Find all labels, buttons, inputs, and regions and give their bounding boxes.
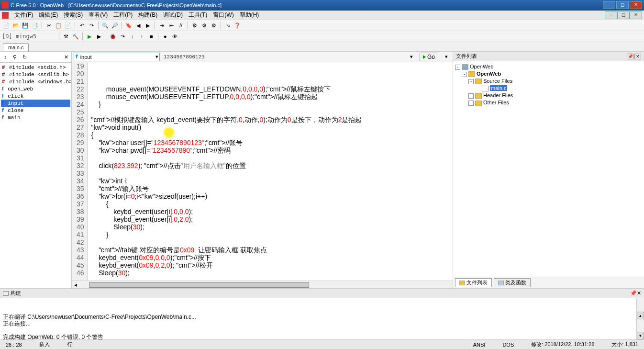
menu-item[interactable]: 帮助(H) <box>237 11 262 19</box>
menu-item[interactable]: 编辑(E) <box>36 11 61 19</box>
tree-folder[interactable]: ·Other Files <box>455 99 642 106</box>
go-button[interactable]: Go <box>420 53 438 61</box>
build-output[interactable]: 正在编译 C:\Users\newuser\Documents\C-Free\P… <box>0 298 644 339</box>
menu-item[interactable]: 查看(V) <box>86 11 111 19</box>
code-line[interactable] <box>91 108 453 116</box>
expand-icon[interactable]: · <box>468 101 474 106</box>
tab-classes[interactable]: 类及函数 <box>494 278 531 287</box>
outline-item[interactable]: f input <box>1 100 70 107</box>
code-line[interactable]: keybd_event(0x09,0,2,0); "cmt">//松开 <box>91 261 453 269</box>
save-button[interactable]: 💾 <box>21 21 30 30</box>
undo-button[interactable]: ↶ <box>78 21 86 30</box>
code-line[interactable]: click(823,392); "cmt">//点击"用户名输入框"的位置 <box>91 162 453 169</box>
outline-item[interactable]: f open_web <box>1 85 70 92</box>
step-out-button[interactable]: ↑ <box>137 32 146 41</box>
indent-button[interactable]: ⇥ <box>157 21 166 30</box>
outline-item[interactable]: # #include <stdio.h> <box>1 64 70 71</box>
outline-sort-button[interactable]: ↕ <box>1 53 10 61</box>
editor-hscrollbar[interactable]: ◂ <box>72 281 453 288</box>
build-run-button[interactable]: ▶ <box>95 32 103 41</box>
help-button[interactable]: ❓ <box>233 21 242 30</box>
code-line[interactable]: Sleep(30); <box>91 269 453 277</box>
outline-item[interactable]: # #include <Windows.h> <box>1 78 70 85</box>
compile-button[interactable]: ⚒ <box>62 32 70 41</box>
tool-button-b[interactable]: ⚙ <box>200 21 209 30</box>
step-over-button[interactable]: ↷ <box>118 32 127 41</box>
code-line[interactable] <box>91 277 453 281</box>
code-line[interactable]: keybd_event(0x09,0,0,0);"cmt">//按下 <box>91 254 453 261</box>
symbol-menu-button[interactable]: ▾ <box>442 53 451 61</box>
menu-item[interactable]: 工具(T) <box>186 11 210 19</box>
outdent-button[interactable]: ⇤ <box>167 21 176 30</box>
collapse-icon[interactable]: - <box>468 79 474 84</box>
tool-button-c[interactable]: ⚙ <box>210 21 218 30</box>
debug-button[interactable]: 🐞 <box>109 32 117 41</box>
code-editor[interactable]: 1920212223242526272829303132333435363738… <box>72 62 453 281</box>
build-pin-button[interactable]: 📌 <box>630 290 637 296</box>
step-into-button[interactable]: ↓ <box>128 32 136 41</box>
save-all-button[interactable]: 📑 <box>31 21 39 30</box>
breakpoint-button[interactable]: ● <box>161 32 169 41</box>
code-line[interactable]: "kw">for(i=0;i<"kw">sizeof(user);i++) <box>91 192 453 200</box>
collapse-icon[interactable]: - <box>462 72 467 77</box>
outline-filter-button[interactable]: ⚲ <box>11 53 19 61</box>
menu-item[interactable]: 工程(P) <box>111 11 135 19</box>
collapse-icon[interactable]: - <box>455 65 460 70</box>
code-line[interactable]: "kw">void input() <box>91 124 453 131</box>
outline-item[interactable]: f click <box>1 92 70 100</box>
stop-button[interactable]: ■ <box>147 32 155 41</box>
minimize-button[interactable]: – <box>603 1 615 9</box>
panel-close-button[interactable]: ✕ <box>634 54 641 59</box>
code-line[interactable]: keybd_event(user[i],0,2,0); <box>91 215 453 223</box>
code-line[interactable]: } <box>91 101 453 108</box>
mdi-maximize-button[interactable]: ◻ <box>617 11 630 19</box>
code-line[interactable]: { <box>91 131 453 139</box>
mdi-close-button[interactable]: ✕ <box>630 11 642 19</box>
code-line[interactable]: } <box>91 231 453 238</box>
watch-button[interactable]: 👁 <box>170 32 179 41</box>
code-line[interactable]: Sleep(30); <box>91 223 453 231</box>
close-button[interactable]: ✕ <box>630 1 642 9</box>
code-line[interactable]: mouse_event(MOUSEEVENTF_LEFTDOWN,0,0,0,0… <box>91 85 453 93</box>
code-line[interactable]: mouse_event(MOUSEEVENTF_LEFTUP,0,0,0,0);… <box>91 93 453 101</box>
menu-item[interactable]: 调试(D) <box>160 11 186 19</box>
build-vscrollbar[interactable]: ▴ ▾ <box>636 298 644 339</box>
maximize-button[interactable]: ◻ <box>616 1 629 9</box>
cut-button[interactable]: ✂ <box>44 21 53 30</box>
next-bookmark-button[interactable]: ▶ <box>144 21 152 30</box>
code-line[interactable]: "cmt">//tab键 对应的编号是0x09 让密码输入框 获取焦点 <box>91 246 453 254</box>
paste-button[interactable]: 📄 <box>64 21 72 30</box>
code-line[interactable] <box>91 169 453 177</box>
goto-button[interactable]: ↘ <box>223 21 232 30</box>
code-line[interactable]: { <box>91 200 453 208</box>
run-button[interactable]: ▶ <box>85 32 94 41</box>
code-line[interactable]: "cmt">//输入账号 <box>91 185 453 192</box>
comment-button[interactable]: // <box>177 21 185 30</box>
redo-button[interactable]: ↷ <box>87 21 96 30</box>
tool-button-a[interactable]: ⚙ <box>190 21 199 30</box>
build-button[interactable]: 🔨 <box>71 32 80 41</box>
code-line[interactable]: "kw">char pwd[]="1234567890";"cmt">//密码 <box>91 146 453 154</box>
prev-bookmark-button[interactable]: ◀ <box>134 21 143 30</box>
outline-item[interactable]: f close <box>1 107 70 114</box>
code-line[interactable] <box>91 238 453 246</box>
panel-pin-button[interactable]: 📌 <box>627 54 633 59</box>
tree-folder[interactable]: -Source Files <box>455 78 642 85</box>
code-line[interactable]: "kw">char user[]="1234567890123";"cmt">/… <box>91 139 453 146</box>
menu-item[interactable]: 构建(B) <box>135 11 160 19</box>
outline-item[interactable]: f main <box>1 114 70 121</box>
code-line[interactable]: keybd_event(user[i],0,0,0); <box>91 208 453 215</box>
symbol-combo[interactable]: f input ▾ <box>74 53 160 61</box>
build-close-button[interactable]: ✕ <box>637 290 641 296</box>
find-button[interactable]: 🔍 <box>101 21 110 30</box>
code-line[interactable]: "cmt">//模拟键盘输入 keybd_event(要按下的字符,0,动作,0… <box>91 116 453 124</box>
code-line[interactable] <box>91 154 453 162</box>
outline-close-button[interactable]: ✕ <box>62 53 70 61</box>
menu-item[interactable]: 搜索(S) <box>61 11 86 19</box>
symbol-dropdown-button[interactable]: ▾ <box>407 53 416 61</box>
menu-item[interactable]: 文件(F) <box>11 11 36 19</box>
tab-main-c[interactable]: main.c <box>3 43 29 51</box>
expand-icon[interactable]: · <box>468 93 474 99</box>
outline-refresh-button[interactable]: ↻ <box>20 53 29 61</box>
mdi-minimize-button[interactable]: – <box>605 11 617 19</box>
